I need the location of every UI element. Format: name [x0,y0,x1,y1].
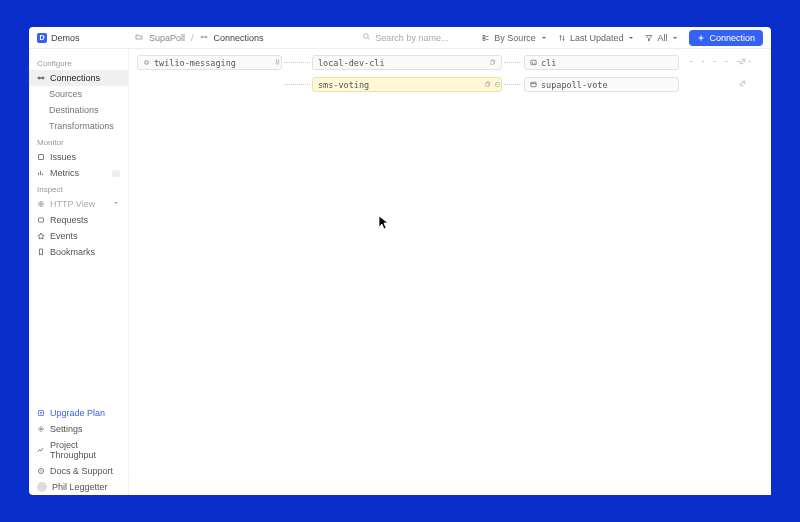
svg-rect-16 [486,83,489,87]
issues-icon [37,153,45,161]
folder-icon [135,33,143,43]
sidebar-item-label: HTTP View [50,199,95,209]
sidebar-item-events[interactable]: Events [29,228,128,244]
gear-icon [37,425,45,433]
external-link-icon[interactable] [739,57,746,67]
chevron-down-icon [112,199,120,209]
svg-point-1 [205,36,207,38]
chevron-down-icon [540,34,548,42]
source-node[interactable]: twilio-messaging [137,55,282,70]
sidebar-item-connections[interactable]: Connections [29,70,128,86]
sidebar-item-http-view[interactable]: HTTP View [29,196,128,212]
topbar: D Demos SupaPoll / Connections By Source [29,27,771,49]
connection-node[interactable]: sms-voting [312,77,502,92]
breadcrumb-project[interactable]: SupaPoll [149,33,185,43]
svg-rect-14 [491,61,494,65]
svg-point-5 [38,77,40,79]
sidebar-item-label: Settings [50,424,83,434]
destination-node[interactable]: supapoll-vote [524,77,679,92]
sidebar: Configure Connections Sources Destinatio… [29,49,129,495]
chevron-down-icon [627,34,635,42]
metrics-icon [37,169,45,177]
new-connection-label: Connection [709,33,755,43]
docs-icon [37,467,45,475]
group-by-label: By Source [494,33,536,43]
pin-icon[interactable] [274,58,281,68]
svg-rect-17 [531,82,536,86]
group-icon [482,34,490,42]
sidebar-item-label: Bookmarks [50,247,95,257]
group-by-control[interactable]: By Source [482,33,548,43]
brand-logo: D [37,33,47,43]
bookmarks-icon [37,248,45,256]
sidebar-item-docs-support[interactable]: Docs & Support [29,463,128,479]
sidebar-item-label: Project Throughput [50,440,120,460]
sidebar-item-label: Connections [50,73,100,83]
connector [504,84,522,85]
svg-point-11 [40,428,42,430]
svg-rect-3 [483,35,485,37]
svg-point-13 [145,61,149,65]
avatar [37,482,47,492]
svg-point-6 [42,77,44,79]
node-label: cli [541,58,556,68]
node-label: sms-voting [318,80,369,90]
copy-icon[interactable] [489,58,496,68]
sidebar-section-configure: Configure [29,55,128,70]
filter-label: All [657,33,667,43]
sidebar-item-destinations[interactable]: Destinations [29,102,128,118]
new-connection-button[interactable]: Connection [689,30,763,46]
sidebar-item-label: Destinations [49,105,99,115]
svg-rect-7 [39,155,44,160]
sidebar-item-label: Transformations [49,121,114,131]
sidebar-item-label: Issues [50,152,76,162]
sidebar-item-project-throughput[interactable]: Project Throughput [29,437,128,463]
sidebar-item-issues[interactable]: Issues [29,149,128,165]
sort-icon [558,34,566,42]
connections-icon [37,74,45,82]
svg-rect-15 [531,60,536,64]
sidebar-item-label: Docs & Support [50,466,113,476]
refresh-icon[interactable] [494,80,501,90]
connection-node[interactable]: local-dev-cli [312,55,502,70]
sidebar-item-transformations[interactable]: Transformations [29,118,128,134]
source-icon [143,59,150,66]
upgrade-icon [37,409,45,417]
connector [284,84,310,85]
destination-node[interactable]: cli [524,55,679,70]
chevron-down-icon [671,34,679,42]
svg-point-2 [364,34,369,39]
brand-name: Demos [51,33,80,43]
external-link-icon[interactable] [739,79,746,89]
brand[interactable]: D Demos [37,33,135,43]
sidebar-section-inspect: Inspect [29,181,128,196]
sidebar-item-requests[interactable]: Requests [29,212,128,228]
canvas[interactable]: twilio-messaging local-dev-cli cli - - -… [129,49,771,495]
sidebar-item-sources[interactable]: Sources [29,86,128,102]
globe-icon [37,200,45,208]
search-input[interactable] [375,33,455,43]
connector [504,62,522,63]
sidebar-item-metrics[interactable]: Metrics [29,165,128,181]
breadcrumb-current: Connections [214,33,264,43]
node-label: supapoll-vote [541,80,608,90]
filter-control[interactable]: All [645,33,679,43]
sort-control[interactable]: Last Updated [558,33,636,43]
throughput-icon [37,446,45,454]
sidebar-item-label: Requests [50,215,88,225]
breadcrumb: SupaPoll / Connections [135,33,264,43]
sidebar-item-user[interactable]: Phil Leggetter [29,479,128,495]
search[interactable] [362,32,472,43]
sidebar-item-label: Sources [49,89,82,99]
svg-rect-9 [39,218,44,222]
app-window: D Demos SupaPoll / Connections By Source [29,27,771,495]
connections-icon [200,33,208,43]
terminal-icon [530,59,537,66]
copy-icon[interactable] [484,80,491,90]
sidebar-section-monitor: Monitor [29,134,128,149]
sidebar-item-label: Events [50,231,78,241]
body: Configure Connections Sources Destinatio… [29,49,771,495]
sidebar-item-bookmarks[interactable]: Bookmarks [29,244,128,260]
sidebar-item-settings[interactable]: Settings [29,421,128,437]
sidebar-item-upgrade-plan[interactable]: Upgrade Plan [29,405,128,421]
